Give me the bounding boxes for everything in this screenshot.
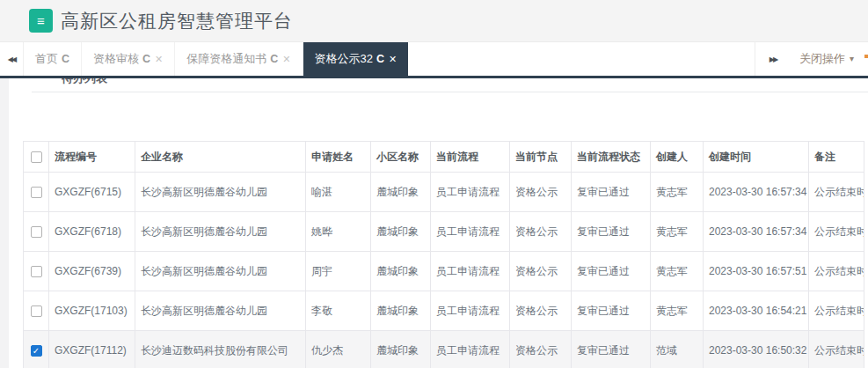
table-cell: 范域 (651, 331, 704, 368)
column-header: 当前节点 (510, 142, 572, 173)
select-all-checkbox[interactable] (31, 151, 42, 163)
page-title: 高新区公租房智慧管理平台 (61, 9, 293, 33)
column-header: 备注 (809, 142, 864, 173)
hamburger-icon: ≡ (37, 14, 45, 27)
row-checkbox-cell (24, 212, 49, 252)
table-row-2[interactable]: GXGZF(6718)长沙高新区明德麓谷幼儿园姚晔麓城印象员工申请流程资格公示复… (24, 212, 864, 252)
table-cell: GXGZF(6739) (49, 252, 135, 291)
table-cell: 麓城印象 (371, 173, 431, 212)
table-cell: 2023-03-30 16:57:34 (704, 212, 809, 252)
app-header: ≡ 高新区公租房智慧管理平台 (0, 0, 868, 42)
table-cell: 长沙高新区明德麓谷幼儿园 (135, 173, 306, 212)
table-cell: 复审已通过 (572, 212, 651, 252)
row-checkbox-cell (24, 252, 49, 291)
tab-4[interactable]: 资格公示32C✕ (303, 42, 409, 76)
column-header: 当前流程状态 (572, 142, 651, 173)
close-tab-icon[interactable]: ✕ (389, 54, 397, 65)
table-cell: 李敬 (306, 291, 371, 331)
row-checkbox[interactable] (31, 305, 42, 317)
row-checkbox-cell (24, 173, 49, 212)
row-checkbox-cell (24, 291, 49, 331)
column-header: 小区名称 (371, 142, 431, 173)
column-header: 创建时间 (704, 142, 809, 173)
table-cell: 公示结束时间：2023-04-07 09:11:39 (809, 331, 864, 368)
scroll-tabs-right-button[interactable]: ▶▶ (755, 42, 791, 76)
tab-3[interactable]: 保障资格通知书C✕ (175, 42, 303, 76)
table-cell: 员工申请流程 (431, 331, 510, 368)
row-checkbox[interactable] (31, 266, 42, 277)
table-cell: 2023-03-30 16:57:51 (704, 252, 809, 291)
table-cell: 公示结束时间：2023-04-07 10:33:38 (809, 173, 864, 212)
row-checkbox[interactable] (31, 187, 42, 198)
tab-spacer (408, 42, 755, 76)
close-tab-icon[interactable]: ✕ (282, 54, 290, 65)
double-chevron-right-icon: ▶▶ (770, 55, 777, 63)
table-cell: GXGZF(6718) (49, 212, 135, 252)
table-cell: 2023-03-30 16:57:34 (704, 173, 809, 212)
table-cell: 资格公示 (510, 173, 572, 212)
table-cell: 仇少杰 (306, 331, 371, 368)
table-cell: 长沙高新区明德麓谷幼儿园 (135, 212, 306, 252)
row-checkbox[interactable] (31, 226, 42, 238)
column-header: 创建人 (651, 142, 704, 173)
table-row-4[interactable]: GXGZF(17103)长沙高新区明德麓谷幼儿园李敬麓城印象员工申请流程资格公示… (24, 291, 864, 331)
table-cell: 黄志军 (651, 252, 704, 291)
table-cell: 麓城印象 (371, 212, 431, 252)
table-cell: 公示结束时间：2023-04-07 09:44:29 (809, 291, 864, 331)
table-cell: 员工申请流程 (431, 291, 510, 331)
table-cell: 2023-03-30 16:54:21 (704, 291, 809, 331)
table-cell: 麓城印象 (371, 331, 431, 368)
table-cell: 复审已通过 (572, 291, 651, 331)
column-header: 企业名称 (135, 142, 306, 173)
scroll-tabs-left-button[interactable]: ◀◀ (0, 42, 24, 76)
tab-label: 资格审核 (93, 51, 139, 67)
table-cell: 姚晔 (306, 212, 371, 252)
table-cell: 黄志军 (651, 291, 704, 331)
table-cell: 复审已通过 (572, 252, 651, 291)
column-header: 申请姓名 (306, 142, 371, 173)
table-cell: 复审已通过 (572, 173, 651, 212)
tab-bar: ◀◀ 首页C资格审核C✕保障资格通知书C✕资格公示32C✕ ▶▶ 关闭操作 ▾ (0, 42, 868, 78)
refresh-icon[interactable]: C (142, 53, 150, 65)
table-row-5[interactable]: ✓GXGZF(17112)长沙迪迈数码科技股份有限公司仇少杰麓城印象员工申请流程… (24, 331, 864, 368)
table-cell: 复审已通过 (572, 331, 651, 368)
table-cell: 员工申请流程 (431, 212, 510, 252)
tab-label: 保障资格通知书 (186, 51, 266, 67)
table-cell: 麓城印象 (371, 291, 431, 331)
tab-2[interactable]: 资格审核C✕ (82, 42, 175, 76)
table-cell: GXGZF(17112) (49, 331, 135, 368)
refresh-icon[interactable]: C (270, 53, 278, 65)
menu-button[interactable]: ≡ (29, 9, 53, 33)
close-operations-dropdown[interactable]: 关闭操作 ▾ (791, 42, 868, 76)
table-cell: 长沙高新区明德麓谷幼儿园 (135, 291, 306, 331)
double-chevron-left-icon: ◀◀ (8, 55, 15, 63)
table-cell: 资格公示 (510, 252, 572, 291)
table-row-3[interactable]: GXGZF(6739)长沙高新区明德麓谷幼儿园周宇麓城印象员工申请流程资格公示复… (24, 252, 864, 291)
table-cell: 资格公示 (510, 331, 572, 368)
table-header-row: 流程编号企业名称申请姓名小区名称当前流程当前节点当前流程状态创建人创建时间备注 (24, 142, 864, 173)
tab-list: 首页C资格审核C✕保障资格通知书C✕资格公示32C✕ (24, 42, 408, 76)
table-cell: GXGZF(17103) (49, 291, 135, 331)
tab-label: 首页 (35, 51, 58, 67)
heading-divider (32, 92, 868, 92)
refresh-icon[interactable]: C (376, 53, 384, 65)
table-cell: 黄志军 (651, 173, 704, 212)
refresh-icon[interactable]: C (62, 53, 69, 65)
table-body: GXGZF(6715)长沙高新区明德麓谷幼儿园喻湛麓城印象员工申请流程资格公示复… (24, 173, 864, 368)
content-panel: 待办列表 流程编号企业名称申请姓名小区名称当前流程当前节点当前流程状态创建人创建… (9, 78, 868, 368)
table-cell: 公示结束时间：2023-04-07 10:32:48 (809, 212, 864, 252)
caret-down-icon: ▾ (850, 55, 854, 63)
table-row-1[interactable]: GXGZF(6715)长沙高新区明德麓谷幼儿园喻湛麓城印象员工申请流程资格公示复… (24, 173, 864, 212)
close-tab-icon[interactable]: ✕ (155, 54, 163, 65)
table-cell: 资格公示 (510, 291, 572, 331)
table-cell: 黄志军 (651, 212, 704, 252)
table-cell: GXGZF(6715) (49, 173, 135, 212)
tab-label: 资格公示32 (315, 51, 373, 67)
table-cell: 员工申请流程 (431, 252, 510, 291)
table-cell: 长沙高新区明德麓谷幼儿园 (135, 252, 306, 291)
table-cell: 资格公示 (510, 212, 572, 252)
row-checkbox[interactable]: ✓ (31, 345, 42, 357)
tab-1[interactable]: 首页C (24, 42, 82, 76)
table-cell: 员工申请流程 (431, 173, 510, 212)
table-cell: 2023-03-30 16:50:32 (704, 331, 809, 368)
